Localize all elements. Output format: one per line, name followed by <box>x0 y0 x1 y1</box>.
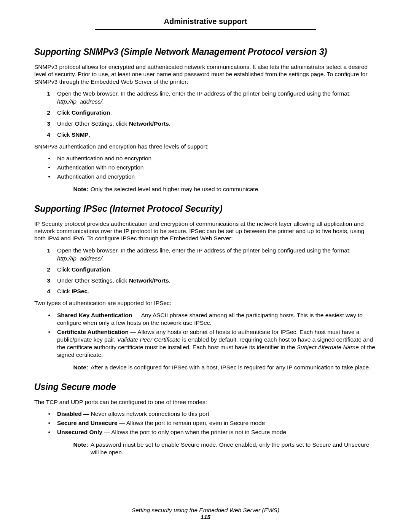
list-item: •Authentication and encryption <box>34 173 377 181</box>
step-text: Click <box>57 288 72 294</box>
list-item: •Secure and Unsecure — Allows the port t… <box>34 419 377 427</box>
list-item: •Disabled — Never allows network connect… <box>34 410 377 418</box>
page-number: 115 <box>0 514 411 521</box>
step-url: http://ip_address/. <box>57 98 104 105</box>
step-1: 1Open the Web browser. In the address li… <box>34 90 377 106</box>
bullet-bold: Unsecured Only <box>57 429 102 435</box>
list-item: •Certificate Authentication — Allows any… <box>34 328 377 359</box>
bullet-bold: Secure and Unsecure <box>57 420 118 426</box>
note-text: Only the selected level and higher may b… <box>91 185 377 193</box>
intro-secure-mode: The TCP and UDP ports can be configured … <box>34 398 377 406</box>
bullet-italic: Subject Alternate Name <box>297 344 359 350</box>
heading-secure-mode: Using Secure mode <box>34 382 377 392</box>
step-bold: Network/Ports <box>129 277 169 284</box>
step-2: 2Click Configuration. <box>34 266 377 274</box>
list-item: •Shared Key Authentication — Any ASCII p… <box>34 312 377 327</box>
bullet-text: — Never allows network connections to th… <box>82 411 209 417</box>
bullet-text: — Allows the port to only open when the … <box>102 429 286 435</box>
intro-snmpv3: SNMPv3 protocol allows for encrypted and… <box>34 63 377 85</box>
step-text: Open the Web browser. In the address lin… <box>57 90 350 97</box>
note-label: Note: <box>34 185 91 193</box>
step-bold: Configuration <box>72 266 110 273</box>
step-url: http://ip_address/. <box>57 255 104 262</box>
list-item: •No authentication and no encryption <box>34 155 377 162</box>
mid-snmpv3: SNMPv3 authentication and encryption has… <box>34 143 377 150</box>
heading-ipsec: Supporting IPSec (Internet Protocol Secu… <box>34 204 377 214</box>
bullet-bold: Disabled <box>57 411 82 417</box>
bullets-snmpv3: •No authentication and no encryption •Au… <box>34 155 377 181</box>
step-bold: SNMP <box>72 131 89 138</box>
bullets-ipsec: •Shared Key Authentication — Any ASCII p… <box>34 312 377 359</box>
note-snmpv3: Note: Only the selected level and higher… <box>34 185 377 193</box>
bullet-bold: Shared Key Authentication <box>57 312 132 318</box>
step-bold: IPSec <box>72 288 88 294</box>
list-item: •Authentication with no encryption <box>34 164 377 171</box>
bullet-italic: Validate Peer Certificate <box>117 336 181 343</box>
bullet-text: — Allows the port to remain open, even i… <box>118 420 265 426</box>
step-text: Click <box>57 131 72 138</box>
step-4: 4Click SNMP. <box>34 131 377 139</box>
step-bold: Network/Ports <box>129 120 169 127</box>
step-text: Click <box>57 109 72 116</box>
bullet-text: Authentication with no encryption <box>57 164 377 171</box>
step-text: Click <box>57 266 72 273</box>
step-3: 3Under Other Settings, click Network/Por… <box>34 277 377 285</box>
heading-snmpv3: Supporting SNMPv3 (Simple Network Manage… <box>34 47 377 57</box>
note-text: After a device is configured for IPSec w… <box>91 364 377 371</box>
step-text: Under Other Settings, click <box>57 277 129 284</box>
bullet-bold: Certificate Authentication <box>57 329 129 335</box>
intro-ipsec: IP Security protocol provides authentica… <box>34 220 377 242</box>
step-4: 4Click IPSec. <box>34 288 377 296</box>
note-label: Note: <box>34 441 91 456</box>
note-text: A password must be set to enable Secure … <box>91 441 377 456</box>
mid-ipsec: Two types of authentication are supporte… <box>34 299 377 307</box>
note-label: Note: <box>34 364 91 371</box>
note-ipsec: Note: After a device is configured for I… <box>34 364 377 371</box>
step-1: 1Open the Web browser. In the address li… <box>34 247 377 263</box>
step-2: 2Click Configuration. <box>34 109 377 117</box>
bullets-secure-mode: •Disabled — Never allows network connect… <box>34 410 377 436</box>
footer-text: Setting security using the Embedded Web … <box>0 507 411 514</box>
step-bold: Configuration <box>72 109 110 116</box>
page-header: Administrative support <box>95 17 316 30</box>
note-secure-mode: Note: A password must be set to enable S… <box>34 441 377 456</box>
steps-snmpv3: 1Open the Web browser. In the address li… <box>34 90 377 139</box>
steps-ipsec: 1Open the Web browser. In the address li… <box>34 247 377 296</box>
list-item: •Unsecured Only — Allows the port to onl… <box>34 428 377 436</box>
step-text: Under Other Settings, click <box>57 120 129 127</box>
bullet-text: No authentication and no encryption <box>57 155 377 162</box>
page-footer: Setting security using the Embedded Web … <box>0 507 411 521</box>
step-text: Open the Web browser. In the address lin… <box>57 247 350 254</box>
step-3: 3Under Other Settings, click Network/Por… <box>34 120 377 128</box>
bullet-text: Authentication and encryption <box>57 173 377 181</box>
